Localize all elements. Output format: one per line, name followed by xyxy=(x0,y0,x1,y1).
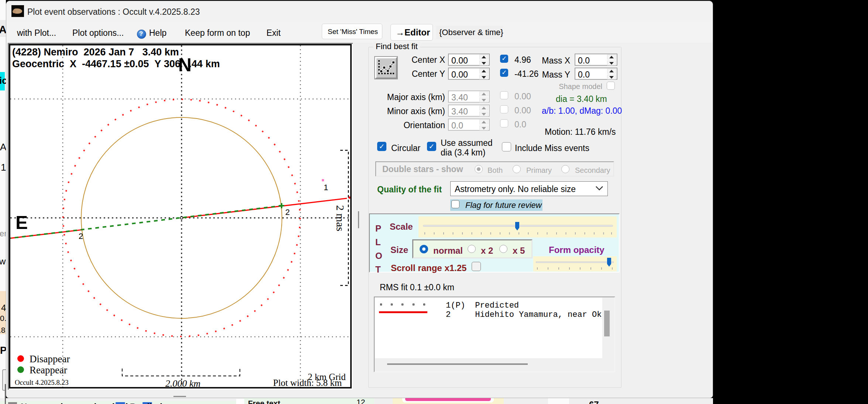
svg-text:2 mas: 2 mas xyxy=(334,205,347,232)
svg-text:Geocentric X -4467.15 ±0.05: Geocentric X -4467.15 ±0.05 Y 306 .44 km xyxy=(12,58,220,69)
svg-text:2 Hidehito Yamamura, near: 2 Hidehito Yamamura, near Ok xyxy=(446,310,602,319)
svg-text:1: 1 xyxy=(324,183,328,192)
svg-text:Plot width: 5.8 km: Plot width: 5.8 km xyxy=(273,378,342,387)
svg-text:2.000 km: 2.000 km xyxy=(165,378,200,387)
svg-text:1(P) Predicted: 1(P) Predicted xyxy=(446,301,519,310)
svg-text:E: E xyxy=(16,212,28,233)
svg-text:2: 2 xyxy=(79,232,83,241)
svg-text:Reappear: Reappear xyxy=(30,364,67,376)
svg-text:(4228) Nemiro 2026 Jan 7 3.: (4228) Nemiro 2026 Jan 7 3.40 km xyxy=(12,47,179,58)
svg-text:2: 2 xyxy=(285,208,290,217)
svg-text:Disappear: Disappear xyxy=(30,353,70,364)
svg-text:Occult 4.2025.8.23: Occult 4.2025.8.23 xyxy=(15,379,69,386)
